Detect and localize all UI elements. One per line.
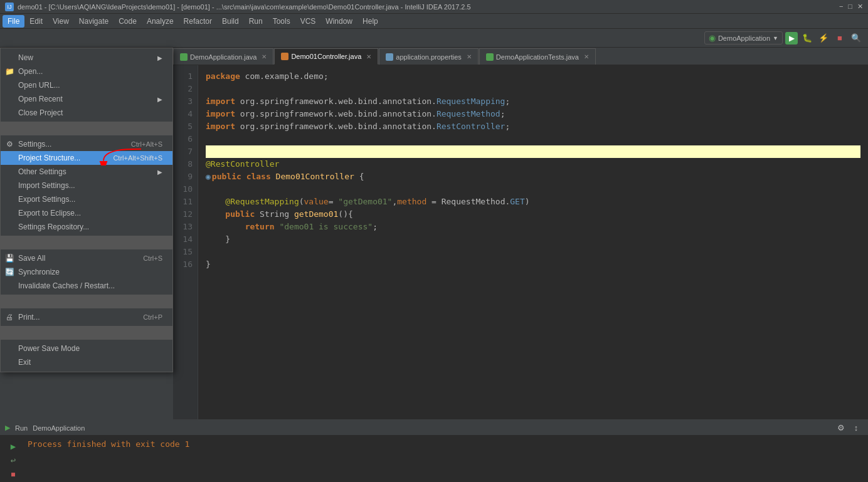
run-sidebar: ▶ ↩ ■ ⬆ — [8, 439, 23, 482]
code-line-8: @RestController — [206, 158, 860, 170]
code-line-1: package com.example.demo; — [206, 70, 860, 83]
tab-close-demo01-controller[interactable]: ✕ — [366, 53, 371, 60]
separator-3 — [1, 295, 172, 308]
stop-button[interactable]: ■ — [833, 31, 847, 45]
maximize-button[interactable]: □ — [848, 3, 852, 11]
tab-close-application-properties[interactable]: ✕ — [467, 53, 472, 60]
run-restart-button[interactable]: ↩ — [8, 454, 19, 466]
recent-arrow: ▶ — [157, 96, 162, 103]
code-line-4: import org.springframework.web.bind.anno… — [206, 108, 860, 120]
menu-close-project[interactable]: Close Project — [1, 106, 172, 120]
run-config-icon: ◉ — [709, 33, 716, 43]
code-line-9: ◉public class Demo01Controller { — [206, 170, 860, 183]
sync-icon: 🔄 — [4, 267, 14, 277]
tab-demo01-controller[interactable]: Demo01Controller.java ✕ — [274, 48, 378, 65]
menu-project-structure[interactable]: Project Structure... Ctrl+Alt+Shift+S — [1, 151, 172, 165]
run-configuration[interactable]: ◉ DemoApplication ▼ — [704, 31, 783, 45]
run-close-button[interactable]: ↕ — [849, 421, 863, 435]
run-output-text: Process finished with exit code 1 — [28, 439, 189, 449]
code-line-16: } — [206, 258, 860, 271]
separator-2 — [1, 236, 172, 249]
save-icon: 💾 — [4, 253, 14, 263]
menu-export-settings[interactable]: Export Settings... — [1, 192, 172, 206]
run-tab-icon: ▶ — [5, 424, 10, 432]
menu-code[interactable]: Code — [114, 15, 142, 28]
menu-open-recent[interactable]: Open Recent ▶ — [1, 92, 172, 106]
separator-4 — [1, 326, 172, 340]
minimize-button[interactable]: − — [839, 3, 843, 11]
menu-settings[interactable]: ⚙ Settings... Ctrl+Alt+S — [1, 137, 172, 151]
tab-icon-demo01-controller — [281, 53, 288, 60]
menu-vcs[interactable]: VCS — [295, 15, 321, 28]
menu-window[interactable]: Window — [320, 15, 357, 28]
run-settings-button[interactable]: ⚙ — [834, 421, 848, 435]
run-config-dropdown-icon: ▼ — [773, 35, 778, 41]
coverage-button[interactable]: ⚡ — [817, 31, 830, 45]
line-numbers: 12345 678910 1112131415 16 — [173, 65, 198, 419]
code-editor[interactable]: 12345 678910 1112131415 16 package com.e… — [173, 65, 868, 419]
new-icon — [4, 53, 14, 63]
menu-other-settings[interactable]: Other Settings ▶ — [1, 165, 172, 179]
tab-close-demo-application[interactable]: ✕ — [262, 53, 267, 60]
code-line-13: return "demo01 is success"; — [206, 221, 860, 233]
menu-synchronize[interactable]: 🔄 Synchronize — [1, 265, 172, 279]
separator-1 — [1, 122, 172, 135]
menu-save-all[interactable]: 💾 Save All Ctrl+S — [1, 251, 172, 265]
menu-power-save[interactable]: Power Save Mode — [1, 342, 172, 355]
menu-edit[interactable]: Edit — [24, 15, 48, 28]
menu-print[interactable]: 🖨 Print... Ctrl+P — [1, 310, 172, 324]
search-everywhere-button[interactable]: 🔍 — [849, 31, 863, 45]
tab-demo-application[interactable]: DemoApplication.java ✕ — [173, 48, 273, 65]
code-line-10 — [206, 183, 860, 196]
menu-open-url[interactable]: Open URL... — [1, 78, 172, 92]
menu-invalidate-caches[interactable]: Invalidate Caches / Restart... — [1, 279, 172, 293]
menu-import-settings[interactable]: Import Settings... — [1, 179, 172, 192]
app-icon: IJ — [5, 3, 14, 11]
run-stop-button[interactable]: ■ — [8, 468, 19, 479]
code-line-14: } — [206, 233, 860, 246]
menu-bar: File Edit View Navigate Code Analyze Ref… — [0, 14, 868, 29]
run-button[interactable]: ▶ — [785, 32, 798, 45]
menu-settings-repository[interactable]: Settings Repository... — [1, 220, 172, 234]
menu-run[interactable]: Run — [244, 15, 268, 28]
menu-view[interactable]: View — [48, 15, 74, 28]
code-line-7 — [206, 145, 860, 158]
menu-open[interactable]: 📁 Open... — [1, 65, 172, 78]
run-tab-bar: ▶ Run DemoApplication ⚙ ↕ — [0, 421, 868, 436]
tab-demo-application-tests[interactable]: DemoApplicationTests.java ✕ — [479, 48, 596, 65]
code-line-11: @RequestMapping(value= "getDemo01",metho… — [206, 196, 860, 208]
tab-icon-demo-application — [180, 53, 188, 61]
menu-build[interactable]: Build — [217, 15, 244, 28]
run-tab-label[interactable]: Run — [15, 424, 28, 432]
settings-shortcut: Ctrl+Alt+S — [131, 140, 162, 148]
title-bar: IJ demo01 - [C:\Users\AQIANG\IdeaProject… — [0, 0, 868, 14]
menu-tools[interactable]: Tools — [268, 15, 295, 28]
run-app-label: DemoApplication — [33, 424, 85, 432]
editor-area: DemoApplication.java ✕ Demo01Controller.… — [173, 48, 868, 419]
submenu-arrow: ▶ — [157, 55, 162, 61]
save-shortcut: Ctrl+S — [143, 254, 162, 262]
code-line-15 — [206, 246, 860, 258]
project-structure-shortcut: Ctrl+Alt+Shift+S — [113, 154, 162, 162]
tab-close-demo-application-tests[interactable]: ✕ — [584, 53, 589, 60]
run-content: ▶ ↩ ■ ⬆ Process finished with exit code … — [0, 436, 868, 482]
tab-icon-demo-application-tests — [486, 53, 494, 61]
menu-help[interactable]: Help — [357, 15, 383, 28]
window-title: demo01 - [C:\Users\AQIANG\IdeaProjects\d… — [18, 3, 471, 11]
tab-application-properties[interactable]: application.properties ✕ — [379, 48, 479, 65]
menu-exit[interactable]: Exit — [1, 355, 172, 369]
menu-new[interactable]: New ▶ — [1, 51, 172, 65]
other-settings-arrow: ▶ — [157, 169, 162, 176]
main-layout: New ▶ 📁 Open... Open URL... Open Recent … — [0, 48, 868, 419]
code-line-5: import org.springframework.web.bind.anno… — [206, 120, 860, 133]
menu-refactor[interactable]: Refactor — [179, 15, 217, 28]
run-play-button[interactable]: ▶ — [8, 441, 19, 452]
debug-button[interactable]: 🐛 — [800, 31, 814, 45]
menu-analyze[interactable]: Analyze — [142, 15, 179, 28]
close-button[interactable]: ✕ — [857, 3, 863, 11]
menu-navigate[interactable]: Navigate — [74, 15, 114, 28]
menu-export-eclipse[interactable]: Export to Eclipse... — [1, 206, 172, 220]
code-content[interactable]: package com.example.demo; import org.spr… — [198, 65, 868, 419]
code-line-12: public String getDemo01(){ — [206, 208, 860, 221]
menu-file[interactable]: File — [3, 15, 24, 28]
